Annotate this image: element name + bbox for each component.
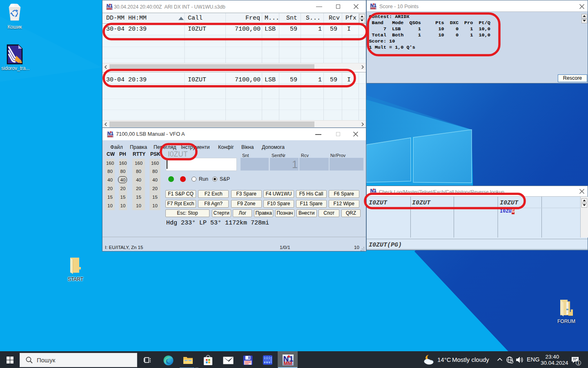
svg-text:MM: MM	[284, 361, 292, 366]
svg-text:MM: MM	[371, 192, 376, 195]
svg-text:MM: MM	[371, 7, 376, 10]
svg-text:MM: MM	[107, 7, 112, 10]
